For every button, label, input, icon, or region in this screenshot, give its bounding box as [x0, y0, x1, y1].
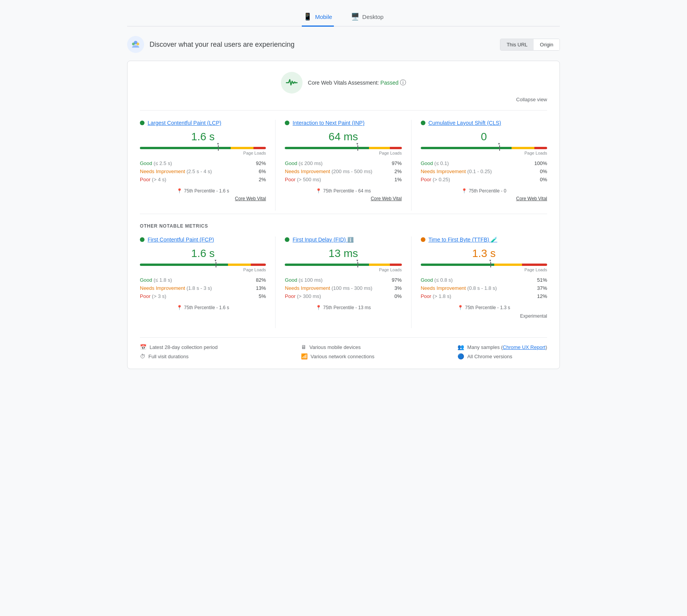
- footer-collection-text: Latest 28-day collection period: [150, 344, 218, 350]
- page-loads-label-ttfb: Page Loads: [421, 267, 547, 272]
- dist-row-good: Good (≤ 2.5 s) 92%: [140, 159, 266, 167]
- progress-green-inp: [285, 147, 369, 149]
- cwv-link[interactable]: Core Web Vital: [140, 196, 266, 201]
- metric-dot-inp: [285, 121, 289, 125]
- footer-item-collection: 📅 Latest 28-day collection period: [140, 344, 218, 350]
- percentile-row-inp: 📍 75th Percentile - 64 ms: [285, 188, 401, 194]
- percentile-text-cls: 75th Percentile - 0: [469, 188, 506, 194]
- dist-label-good: Good (≤ 1.8 s): [140, 277, 172, 283]
- dist-label-poor: Poor (> 4 s): [140, 177, 166, 182]
- metric-name-fid[interactable]: First Input Delay (FID) ℹ️: [292, 237, 354, 243]
- progress-marker-lcp: [218, 145, 219, 151]
- dist-label-good: Good (≤ 200 ms): [285, 160, 322, 166]
- collapse-link[interactable]: Collapse view: [140, 97, 547, 102]
- dist-pct-good: 97%: [392, 160, 402, 166]
- experimental-label: Experimental: [421, 313, 547, 319]
- dist-label-poor: Poor (> 500 ms): [285, 177, 321, 182]
- chrome-icon: 🔵: [457, 353, 464, 359]
- header-title: Discover what your real users are experi…: [150, 41, 294, 49]
- divider-2: [140, 214, 547, 214]
- people-icon: 👥: [457, 344, 464, 350]
- cwv-link[interactable]: Core Web Vital: [421, 196, 547, 201]
- progress-track-cls: [421, 147, 547, 149]
- dist-row-needs: Needs Improvement (1.8 s - 3 s) 13%: [140, 284, 266, 292]
- dist-row-poor: Poor (> 0.25) 0%: [421, 175, 547, 184]
- tab-mobile-label: Mobile: [315, 14, 332, 20]
- percentile-pin-icon: 📍: [461, 188, 467, 194]
- metric-dot-cls: [421, 121, 425, 125]
- progress-track-lcp: [140, 147, 266, 149]
- svg-point-2: [136, 43, 139, 45]
- help-icon[interactable]: ⓘ: [400, 79, 406, 86]
- progress-green-fid: [285, 264, 369, 266]
- dist-label-poor: Poor (> 3 s): [140, 293, 166, 299]
- dist-row-needs: Needs Improvement (100 ms - 300 ms) 3%: [285, 284, 401, 292]
- dist-row-good: Good (≤ 0.1) 100%: [421, 159, 547, 167]
- metric-col-lcp: Largest Contentful Paint (LCP) 1.6 s Pag…: [140, 120, 275, 211]
- footer-visits-text: Full visit durations: [148, 354, 189, 359]
- metric-name-cls[interactable]: Cumulative Layout Shift (CLS): [429, 120, 501, 126]
- other-metrics-label: OTHER NOTABLE METRICS: [140, 223, 547, 229]
- percentile-text-fcp: 75th Percentile - 1.6 s: [184, 305, 229, 310]
- metric-col-cls: Cumulative Layout Shift (CLS) 0 Page Loa…: [412, 120, 547, 211]
- origin-button[interactable]: Origin: [534, 39, 559, 50]
- crux-link[interactable]: Chrome UX Report: [503, 344, 546, 350]
- metric-name-fcp[interactable]: First Contentful Paint (FCP): [148, 237, 214, 243]
- header-row: Discover what your real users are experi…: [127, 36, 560, 53]
- metric-name-ttfb[interactable]: Time to First Byte (TTFB) 🧪: [429, 237, 497, 243]
- percentile-text-fid: 75th Percentile - 13 ms: [323, 305, 371, 310]
- dist-pct-needs: 3%: [395, 285, 402, 291]
- percentile-pin-icon: 📍: [316, 305, 321, 310]
- metric-header-lcp: Largest Contentful Paint (LCP): [140, 120, 266, 126]
- percentile-row-lcp: 📍 75th Percentile - 1.6 s: [140, 188, 266, 194]
- cwv-link[interactable]: Core Web Vital: [285, 196, 401, 201]
- metric-col-inp: Interaction to Next Paint (INP) 64 ms Pa…: [275, 120, 411, 211]
- dist-pct-good: 51%: [537, 277, 547, 283]
- metric-header-fid: First Input Delay (FID) ℹ️: [285, 237, 401, 243]
- dist-label-good: Good (≤ 0.8 s): [421, 277, 453, 283]
- dist-row-good: Good (≤ 1.8 s) 82%: [140, 276, 266, 284]
- progress-track-fid: [285, 264, 401, 266]
- percentile-row-fid: 📍 75th Percentile - 13 ms: [285, 305, 401, 310]
- dist-label-needs: Needs Improvement (100 ms - 300 ms): [285, 285, 372, 291]
- progress-bar-fid: [285, 264, 401, 266]
- metric-name-inp[interactable]: Interaction to Next Paint (INP): [292, 120, 364, 126]
- dist-row-poor: Poor (> 500 ms) 1%: [285, 175, 401, 184]
- percentile-pin-icon: 📍: [316, 188, 321, 194]
- percentile-text-inp: 75th Percentile - 64 ms: [323, 188, 371, 194]
- dist-label-needs: Needs Improvement (2.5 s - 4 s): [140, 168, 212, 174]
- progress-green-lcp: [140, 147, 231, 149]
- svg-point-3: [294, 82, 296, 84]
- tab-mobile[interactable]: 📱 Mobile: [302, 8, 333, 27]
- dist-label-poor: Poor (> 0.25): [421, 177, 450, 182]
- progress-yellow-fid: [369, 264, 390, 266]
- metric-dot-fcp: [140, 237, 145, 242]
- progress-marker-inp: [357, 145, 358, 151]
- this-url-button[interactable]: This URL: [500, 39, 534, 50]
- progress-green-fcp: [140, 264, 228, 266]
- flask-icon: 🧪: [491, 237, 497, 243]
- page-loads-label-lcp: Page Loads: [140, 151, 266, 155]
- tab-desktop-label: Desktop: [362, 14, 384, 20]
- assessment-status: Passed: [381, 80, 399, 86]
- progress-red-fcp: [251, 264, 266, 266]
- progress-track-ttfb: [421, 264, 547, 266]
- dist-row-good: Good (≤ 200 ms) 97%: [285, 159, 401, 167]
- progress-bar-inp: [285, 147, 401, 149]
- progress-track-inp: [285, 147, 401, 149]
- progress-red-cls: [534, 147, 547, 149]
- metric-header-ttfb: Time to First Byte (TTFB) 🧪: [421, 237, 547, 243]
- progress-bar-cls: [421, 147, 547, 149]
- metric-value-fcp: 1.6 s: [140, 247, 266, 260]
- progress-marker-fid: [357, 262, 358, 267]
- tab-desktop[interactable]: 🖥️ Desktop: [349, 8, 385, 27]
- page-loads-label-inp: Page Loads: [285, 151, 401, 155]
- progress-green-ttfb: [421, 264, 494, 266]
- dist-table-inp: Good (≤ 200 ms) 97% Needs Improvement (2…: [285, 159, 401, 184]
- devices-icon: 🖥: [301, 344, 306, 350]
- metric-name-lcp[interactable]: Largest Contentful Paint (LCP): [148, 120, 221, 126]
- dist-row-needs: Needs Improvement (200 ms - 500 ms) 2%: [285, 167, 401, 175]
- progress-marker-fcp: [216, 262, 216, 267]
- metric-header-fcp: First Contentful Paint (FCP): [140, 237, 266, 243]
- info-icon[interactable]: ℹ️: [347, 237, 354, 243]
